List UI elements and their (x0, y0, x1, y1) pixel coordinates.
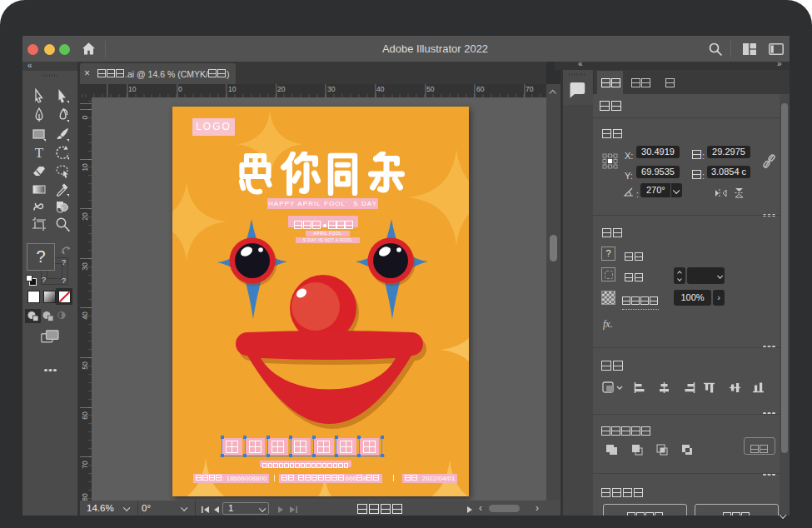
svg-text:T: T (35, 145, 44, 160)
